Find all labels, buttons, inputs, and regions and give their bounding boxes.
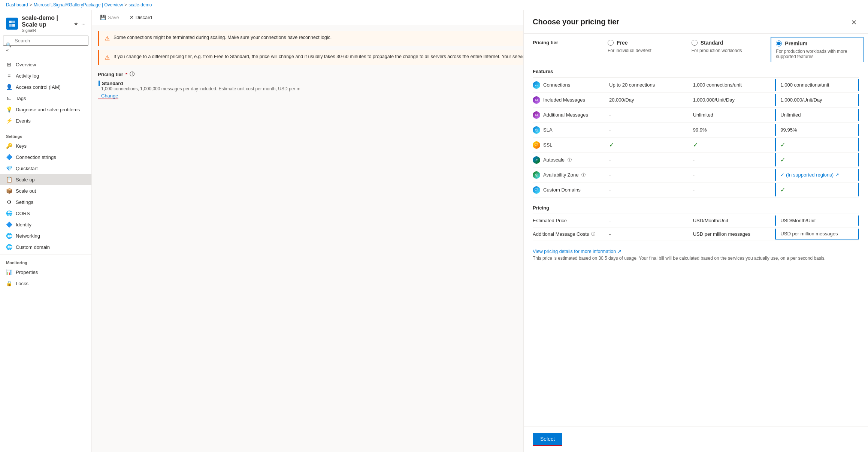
sidebar-item-properties[interactable]: 📊 Properties xyxy=(0,266,91,278)
pricing-label: Pricing xyxy=(533,205,608,211)
ssl-premium-val: ✓ xyxy=(775,138,859,151)
sidebar-item-events[interactable]: ⚡ Events xyxy=(0,115,91,126)
sidebar-navigation: ⊞ Overview ≡ Activity log 👤 Access contr… xyxy=(0,57,91,290)
breadcrumb-gallery[interactable]: Microsoft.SignalRGalleryPackage | Overvi… xyxy=(34,2,123,7)
sidebar-item-scale-out[interactable]: 📦 Scale out xyxy=(0,185,91,196)
panel-header: Choose your pricing tier ✕ xyxy=(524,10,868,34)
breadcrumb-dashboard[interactable]: Dashboard xyxy=(6,2,28,7)
networking-icon: 🌐 xyxy=(6,233,12,239)
app-name: scale-demo | Scale up xyxy=(22,15,70,28)
features-label: Features xyxy=(533,69,608,74)
sidebar-item-activity-log[interactable]: ≡ Activity log xyxy=(0,70,91,81)
availability-zone-premium-val[interactable]: ✓ (In supported regions) ↗ xyxy=(775,169,859,181)
save-icon: 💾 xyxy=(100,15,106,20)
sla-icon: ◷ xyxy=(533,126,540,134)
feature-row-custom-domains: 🛡 Custom Domains - - ✓ xyxy=(533,183,859,198)
premium-tier-name: Premium xyxy=(785,40,807,46)
autoscale-icon: ↗ xyxy=(533,156,540,164)
sla-premium-val: 99.95% xyxy=(775,124,859,136)
panel-title: Choose your pricing tier xyxy=(533,18,619,26)
free-tier-desc: For individual dev/test xyxy=(608,48,692,53)
diagnose-icon: 💡 xyxy=(6,106,12,112)
premium-tier-desc: For production workloads with more suppo… xyxy=(776,49,858,59)
quickstart-icon: 💎 xyxy=(6,165,12,171)
sidebar-item-identity-label: Identity xyxy=(16,222,31,227)
monitoring-section-label: Monitoring xyxy=(0,256,91,266)
sidebar-item-connection-strings-label: Connection strings xyxy=(16,154,56,160)
sidebar-item-overview[interactable]: ⊞ Overview xyxy=(0,59,91,70)
autoscale-label: Autoscale xyxy=(543,157,565,163)
sidebar-item-networking-label: Networking xyxy=(16,233,40,239)
app-subtitle: SignalR xyxy=(22,28,70,33)
standard-tier-radio[interactable] xyxy=(692,40,698,46)
sidebar-item-custom-domain[interactable]: 🌐 Custom domain xyxy=(0,241,91,253)
availability-zone-standard-val: - xyxy=(692,169,775,181)
sidebar-item-diagnose[interactable]: 💡 Diagnose and solve problems xyxy=(0,104,91,115)
feature-name-availability-zone: ◎ Availability Zone ⓘ xyxy=(533,168,608,182)
panel-footer: Select xyxy=(524,427,868,452)
sidebar-item-access-control-label: Access control (IAM) xyxy=(16,84,61,90)
external-link-icon: ↗ xyxy=(617,248,621,254)
included-messages-icon: ✉ xyxy=(533,96,540,104)
sidebar-item-cors[interactable]: 🌐 CORS xyxy=(0,208,91,219)
feature-row-autoscale: ↗ Autoscale ⓘ - - ✓ xyxy=(533,153,859,168)
estimated-price-free-val: - xyxy=(608,216,692,226)
feature-name-custom-domains: 🛡 Custom Domains xyxy=(533,183,608,197)
sidebar-item-scale-up[interactable]: 📋 Scale up xyxy=(0,174,91,185)
sidebar-item-connection-strings[interactable]: 🔷 Connection strings xyxy=(0,151,91,163)
premium-tier-radio[interactable] xyxy=(776,40,782,46)
connections-icon: ↔ xyxy=(533,81,540,89)
sidebar-item-tags-label: Tags xyxy=(16,96,26,101)
svg-rect-0 xyxy=(9,21,12,23)
panel-close-button[interactable]: ✕ xyxy=(849,18,859,27)
save-button[interactable]: 💾 Save xyxy=(98,13,121,22)
sidebar-item-activity-log-label: Activity log xyxy=(16,73,39,79)
change-tier-link[interactable]: Change xyxy=(98,93,118,99)
feature-name-additional-messages: ✉ Additional Messages xyxy=(533,108,608,122)
additional-costs-free-val: - xyxy=(608,229,692,239)
discard-icon: ✕ xyxy=(130,15,134,20)
tags-icon: 🏷 xyxy=(6,95,12,101)
identity-icon: 🔷 xyxy=(6,222,12,227)
select-button[interactable]: Select xyxy=(533,433,562,446)
sidebar-item-keys[interactable]: 🔑 Keys xyxy=(0,140,91,151)
sidebar-item-properties-label: Properties xyxy=(16,269,38,275)
sidebar-item-events-label: Events xyxy=(16,118,31,124)
sidebar-item-settings[interactable]: ⚙ Settings xyxy=(0,196,91,208)
estimated-price-standard-val: USD/Month/Unit xyxy=(692,216,775,226)
discard-button[interactable]: ✕ Discard xyxy=(127,13,154,22)
breadcrumb-scale-demo[interactable]: scale-demo xyxy=(128,2,152,7)
sidebar-item-access-control[interactable]: 👤 Access control (IAM) xyxy=(0,81,91,93)
free-tier-radio[interactable] xyxy=(608,40,614,46)
feature-row-availability-zone: ◎ Availability Zone ⓘ - - ✓ (In supporte… xyxy=(533,168,859,183)
warning-scaling-text: Some connections might be terminated dur… xyxy=(114,35,332,40)
connections-premium-val: 1,000 connections/unit xyxy=(775,79,859,91)
more-icon[interactable]: ··· xyxy=(81,21,85,27)
content-area: 💾 Save ✕ Discard ⚠ Some connections migh… xyxy=(92,10,868,452)
premium-tier-radio-row: Premium xyxy=(776,40,858,46)
favorite-icon[interactable]: ★ xyxy=(74,21,78,27)
info-icon: ⓘ xyxy=(130,71,134,78)
search-input[interactable] xyxy=(3,36,88,46)
availability-zone-info-icon: ⓘ xyxy=(581,172,586,178)
autoscale-info-icon: ⓘ xyxy=(568,157,572,163)
connections-free-val: Up to 20 connections xyxy=(608,79,692,91)
sidebar-item-tags[interactable]: 🏷 Tags xyxy=(0,93,91,104)
sidebar-item-identity[interactable]: 🔷 Identity xyxy=(0,219,91,230)
connection-strings-icon: 🔷 xyxy=(6,154,12,160)
custom-domains-free-val: - xyxy=(608,184,692,196)
sidebar-item-diagnose-label: Diagnose and solve problems xyxy=(16,107,80,112)
search-icon: 🔍 xyxy=(6,42,12,48)
autoscale-free-val: - xyxy=(608,154,692,166)
svg-rect-2 xyxy=(9,24,12,27)
additional-costs-info-icon: ⓘ xyxy=(591,231,595,237)
sidebar-item-locks[interactable]: 🔒 Locks xyxy=(0,278,91,289)
ssl-label: SSL xyxy=(543,142,553,148)
additional-messages-standard-val: Unlimited xyxy=(692,109,775,121)
sidebar-item-quickstart[interactable]: 💎 Quickstart xyxy=(0,163,91,174)
features-section-header: Features xyxy=(533,64,859,78)
availability-zone-icon: ◎ xyxy=(533,171,540,179)
sidebar-item-networking[interactable]: 🌐 Networking xyxy=(0,230,91,241)
nav-divider-settings xyxy=(0,128,91,128)
view-pricing-link[interactable]: View pricing details for more informatio… xyxy=(533,248,859,254)
